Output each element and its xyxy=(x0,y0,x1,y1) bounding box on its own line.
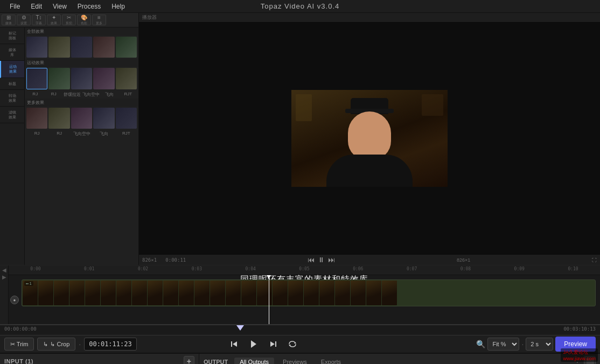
clip-frame-11 xyxy=(179,281,194,305)
label-row-2: RJ RJ 飞向空中 飞向 RJT xyxy=(25,130,138,138)
timeline-start-time: 00:00:00:00 xyxy=(4,326,37,332)
timecode-display[interactable]: 00:01:11:23 xyxy=(84,338,136,351)
tl-arrow-right[interactable]: ▶ xyxy=(2,274,6,280)
zoom-icon: 🔍 xyxy=(476,340,485,348)
clip-frame-4 xyxy=(69,281,85,305)
workspace: ⊞媒体 ⚙设置 T↕字幕 ✦效果 ✂剪切 🎨色彩 ≡更多 标记面板 媒体库 运动… xyxy=(0,13,600,265)
input-panel: INPUT (1) + ···6200419027416.mp4 ··· xyxy=(0,354,199,364)
menu-bar: File Edit View Process Help Topaz Video … xyxy=(0,0,600,13)
input-add-button[interactable]: + xyxy=(184,356,194,364)
transport-controls xyxy=(227,337,300,352)
preview-bottom-bar: 826×1 0:00:11 ⏮ ⏸ ⏭ 826×1 ⛶ xyxy=(139,254,600,265)
menu-process[interactable]: Process xyxy=(72,2,106,11)
tool-color[interactable]: 🎨色彩 xyxy=(77,15,91,25)
section-motion: 运动效果 xyxy=(25,59,138,67)
tool-cut[interactable]: ✂剪切 xyxy=(62,15,76,25)
video-bg xyxy=(291,90,448,187)
clip-frame-19 xyxy=(304,281,319,305)
effect-thumb-9[interactable] xyxy=(93,68,114,89)
tl-arrow-left[interactable]: ◀ xyxy=(2,267,6,273)
preview-section: 播放器 826×1 0:00:11 ⏮ ⏸ xyxy=(139,13,600,265)
menu-edit[interactable]: Edit xyxy=(25,2,47,11)
sidebar-tab-marks[interactable]: 标记面板 xyxy=(0,27,24,44)
tool-effects[interactable]: ✦效果 xyxy=(47,15,61,25)
clip-frame-15 xyxy=(241,281,256,305)
tl-circle-btn[interactable]: ● xyxy=(10,296,19,304)
timecode-bar: ✂ Trim ↳ ↳ Crop · 00:01:11:23 🔍 Fit % 25… xyxy=(0,335,600,353)
browser-toolbar: ⊞媒体 ⚙设置 T↕字幕 ✦效果 ✂剪切 🎨色彩 ≡更多 xyxy=(0,13,138,27)
output-tab-previews[interactable]: Previews xyxy=(277,358,312,364)
clip-frame-13 xyxy=(210,281,225,305)
playhead-triangle[interactable] xyxy=(236,325,244,331)
tl-time-6: 0:06 xyxy=(353,267,363,271)
effect-thumb-14[interactable] xyxy=(93,108,114,129)
preview-fullscreen-icon[interactable]: ⛶ xyxy=(592,257,597,263)
clip-frame-5 xyxy=(85,281,100,305)
prev-frame-btn[interactable] xyxy=(227,337,242,352)
clip-frame-22 xyxy=(351,281,366,305)
tl-time-labels: 0:00 0:01 0:02 0:03 0:04 0:05 0:06 0:07 … xyxy=(9,267,600,271)
bg-element-2 xyxy=(422,94,443,116)
next-frame-btn[interactable] xyxy=(266,337,281,352)
trim-button[interactable]: ✂ Trim xyxy=(4,338,34,351)
clip-frame-9 xyxy=(148,281,163,305)
tool-media[interactable]: ⊞媒体 xyxy=(2,15,16,25)
clip-frame-8 xyxy=(132,281,147,305)
effect-thumb-5[interactable] xyxy=(116,37,137,58)
crop-icon: ↳ xyxy=(43,341,48,348)
effect-thumb-6[interactable] xyxy=(26,68,47,89)
sidebar-tab-filters[interactable]: 滤镜效果 xyxy=(0,107,24,123)
tl-time-7: 0:07 xyxy=(407,267,417,271)
output-panel: OUTPUT All Outputs Previews Exports · ⬛ … xyxy=(199,354,600,364)
menu-help[interactable]: Help xyxy=(106,2,130,11)
video-clip-track[interactable]: •• 1 xyxy=(22,279,596,306)
clip-frame-17 xyxy=(273,281,288,305)
effect-thumb-13[interactable] xyxy=(71,108,92,129)
prev-play-btn[interactable]: ⏮ xyxy=(308,256,315,264)
effect-thumb-12[interactable] xyxy=(48,108,69,129)
sidebar-tab-motion[interactable]: 运动效果 xyxy=(0,61,24,78)
clip-frame-14 xyxy=(226,281,241,305)
app-title: Topaz Video AI v3.0.4 xyxy=(261,2,340,10)
output-panel-header: OUTPUT All Outputs Previews Exports · ⬛ xyxy=(199,354,600,364)
output-tab-exports[interactable]: Exports xyxy=(316,358,346,364)
tl-playhead[interactable] xyxy=(269,275,269,324)
effect-thumb-3[interactable] xyxy=(71,37,92,58)
tool-settings[interactable]: ⚙设置 xyxy=(17,15,31,25)
bg-element-1 xyxy=(296,94,312,121)
zoom-select[interactable]: Fit % 25% 50% 100% 150% xyxy=(487,338,519,351)
output-tab-all[interactable]: All Outputs xyxy=(234,358,274,364)
sidebar-tab-titles[interactable]: 标题 xyxy=(0,78,24,90)
effect-thumb-10[interactable] xyxy=(116,68,137,89)
tl-time-5: 0:05 xyxy=(299,267,309,271)
menu-view[interactable]: View xyxy=(47,2,72,11)
effect-thumb-1[interactable] xyxy=(26,37,47,58)
clip-frame-23 xyxy=(366,281,381,305)
sidebar-tab-transitions[interactable]: 转场效果 xyxy=(0,90,24,107)
prev-next-btn[interactable]: ⏭ xyxy=(328,256,335,264)
preview-top-bar: 播放器 xyxy=(139,13,600,23)
grid-row-1 xyxy=(25,36,138,59)
effect-thumb-11[interactable] xyxy=(26,108,47,129)
menu-file[interactable]: File xyxy=(4,2,25,11)
tl-time-4: 0:04 xyxy=(246,267,256,271)
sidebar-tab-media[interactable]: 媒体库 xyxy=(0,44,24,61)
effect-thumb-7[interactable] xyxy=(48,68,69,89)
input-panel-header: INPUT (1) + xyxy=(0,354,199,364)
crop-button[interactable]: ↳ ↳ Crop xyxy=(37,338,75,351)
output-panel-title: OUTPUT xyxy=(204,359,228,364)
tool-more[interactable]: ≡更多 xyxy=(92,15,106,25)
play-pause-btn[interactable] xyxy=(246,337,261,352)
loop-btn[interactable] xyxy=(285,337,300,352)
effect-thumb-8[interactable] xyxy=(71,68,92,89)
effect-thumb-2[interactable] xyxy=(48,37,69,58)
interval-select[interactable]: 2 s 5 s 10 s xyxy=(526,338,553,351)
effect-thumb-15[interactable] xyxy=(116,108,137,129)
clip-frame-7 xyxy=(116,281,131,305)
effect-thumb-4[interactable] xyxy=(93,37,114,58)
section-all: 全部效果 xyxy=(25,27,138,36)
full-timeline-ruler: 00:00:00:00 00:03:10:13 xyxy=(0,324,600,335)
prev-play-pause[interactable]: ⏸ xyxy=(318,256,325,264)
tool-text[interactable]: T↕字幕 xyxy=(32,15,46,25)
preview-frame xyxy=(139,23,600,254)
